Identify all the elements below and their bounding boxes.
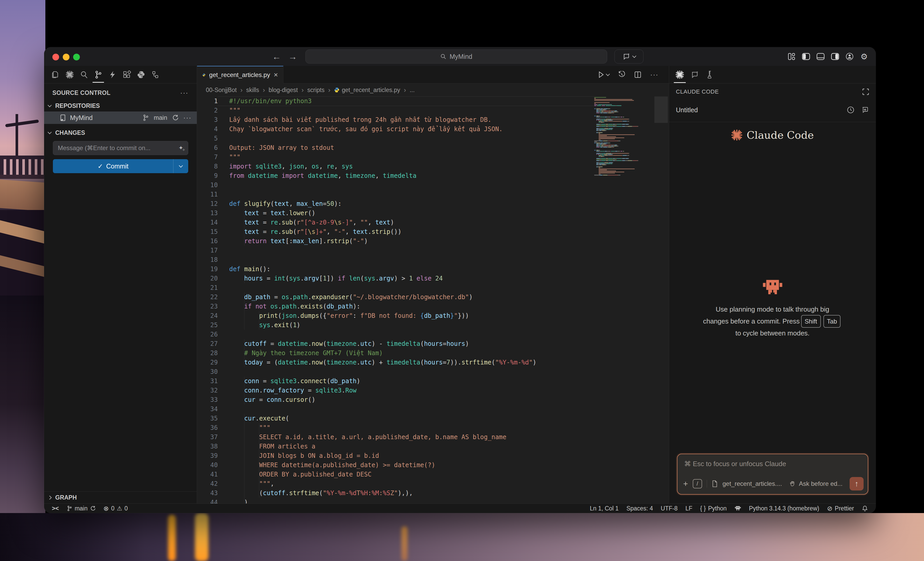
toggle-secondary-sidebar-icon[interactable] [831, 52, 840, 61]
cursor-position[interactable]: Ln 1, Col 1 [590, 505, 619, 512]
zap-icon[interactable] [108, 70, 117, 80]
breadcrumb-separator: › [302, 86, 304, 94]
line-number: 40 [197, 460, 218, 470]
account-icon[interactable] [845, 52, 854, 61]
timeline-icon[interactable] [618, 71, 626, 78]
more-actions-icon[interactable]: ··· [180, 89, 189, 97]
hint-line-3: to cycle between modes. [669, 328, 876, 339]
minimap[interactable] [594, 97, 654, 176]
code-line: Lấy danh sách bài viết published trong 2… [229, 115, 594, 124]
beaker-tab-icon[interactable] [705, 70, 715, 80]
remote-explorer-icon[interactable] [151, 70, 160, 80]
split-editor-icon[interactable] [634, 71, 641, 78]
claude-tab-icon[interactable] [675, 70, 685, 80]
commit-message-placeholder: Message (⌘Enter to commit on... [58, 144, 178, 152]
commit-button[interactable]: ✓Commit [53, 159, 188, 173]
code-line: print(json.dumps({"error": f"DB not foun… [229, 311, 594, 320]
run-python-file-button[interactable] [598, 71, 609, 78]
extensions-icon[interactable] [122, 70, 132, 80]
claude-activity-icon[interactable] [65, 70, 74, 80]
line-number: 37 [197, 432, 218, 442]
code-line: sys.exit(1) [229, 320, 594, 330]
repository-row[interactable]: MyMind main ··· [44, 111, 197, 124]
line-number: 22 [197, 292, 218, 302]
breadcrumb-separator: › [404, 86, 406, 94]
zoom-window-button[interactable] [73, 54, 80, 60]
breadcrumb-item[interactable]: get_recent_articles.py [334, 87, 400, 94]
code-line [229, 367, 594, 376]
copilot-chat-button[interactable] [615, 50, 644, 63]
close-window-button[interactable] [52, 54, 59, 60]
logo-text: Claude Code [747, 129, 814, 141]
line-number: 41 [197, 470, 218, 479]
explorer-icon[interactable] [51, 70, 60, 80]
problems-status[interactable]: ⊗0 ⚠0 [104, 505, 128, 512]
changes-section[interactable]: CHANGES [44, 128, 197, 138]
line-number: 33 [197, 395, 218, 404]
source-control-icon[interactable] [94, 70, 103, 80]
code-line: text = re.sub(r"[^a-z0-9\s-]", "", text) [229, 218, 594, 227]
minimize-window-button[interactable] [63, 54, 69, 60]
python-activity-icon[interactable] [136, 70, 146, 80]
line-number: 16 [197, 236, 218, 246]
attach-plus-icon[interactable]: + [683, 479, 688, 489]
sync-icon [90, 506, 96, 511]
editor-more-icon[interactable]: ··· [650, 71, 658, 79]
python-file-icon [334, 87, 340, 93]
remote-indicator[interactable]: >< [52, 505, 59, 512]
encoding[interactable]: UTF-8 [661, 505, 678, 512]
braces-icon: { } [700, 505, 706, 512]
branch-icon [67, 505, 72, 512]
no-entry-icon: ⊘ [827, 505, 832, 512]
command-center-search[interactable]: MyMind [305, 50, 607, 63]
toggle-primary-sidebar-icon[interactable] [802, 52, 810, 61]
toggle-panel-icon[interactable] [816, 52, 825, 61]
breadcrumb-item[interactable]: blog-digest [268, 87, 298, 94]
repositories-section[interactable]: REPOSITORIES [44, 100, 197, 111]
breadcrumb-item[interactable]: skills [246, 87, 259, 94]
eol-sequence[interactable]: LF [686, 505, 693, 512]
search-icon[interactable] [80, 70, 88, 80]
breadcrumbs[interactable]: 00-SonjjBot›skills›blog-digest›scripts›g… [197, 84, 669, 96]
back-icon[interactable]: ← [272, 52, 281, 62]
expand-icon[interactable] [862, 88, 869, 95]
claude-input-box[interactable]: ⌘ Esc to focus or unfocus Claude + / get… [677, 454, 868, 495]
repo-icon [59, 114, 66, 122]
customize-layout-icon[interactable] [787, 52, 796, 61]
repo-more-icon[interactable]: ··· [183, 114, 192, 122]
code-line: #!/usr/bin/env python3 [229, 96, 594, 106]
claude-status-icon[interactable] [735, 506, 741, 511]
indentation[interactable]: Spaces: 4 [626, 505, 653, 512]
editor-scrollbar[interactable] [654, 96, 668, 123]
generate-commit-message-icon[interactable]: ✦✧ [178, 145, 183, 152]
line-number: 1 [197, 96, 218, 106]
breadcrumb-item[interactable]: 00-SonjjBot [206, 87, 237, 94]
forward-icon[interactable]: → [288, 52, 297, 62]
sync-icon[interactable] [172, 114, 178, 121]
new-chat-icon[interactable] [861, 106, 869, 114]
breadcrumb-item[interactable]: ... [410, 87, 414, 94]
breadcrumb-item[interactable]: scripts [307, 87, 324, 94]
tab-get-recent-articles[interactable]: get_recent_articles.py × [197, 66, 284, 84]
formatter-status[interactable]: ⊘Prettier [827, 505, 854, 512]
permission-mode-button[interactable]: Ask before ed... [789, 480, 843, 488]
send-button[interactable]: ↑ [850, 477, 864, 490]
commit-message-input[interactable]: Message (⌘Enter to commit on... ✦✧ [53, 141, 188, 155]
graph-section[interactable]: GRAPH [44, 491, 197, 504]
commit-dropdown-button[interactable] [173, 159, 188, 173]
code-line: cutoff = datetime.now(timezone.utc) - ti… [229, 339, 594, 348]
chat-tab-icon[interactable] [690, 70, 700, 80]
language-mode[interactable]: { }Python [700, 505, 726, 512]
code-line: if not os.path.exists(db_path): [229, 302, 594, 311]
python-interpreter[interactable]: Python 3.14.3 (homebrew) [749, 505, 819, 512]
notifications-bell-icon[interactable] [862, 505, 868, 512]
history-icon[interactable] [847, 106, 855, 114]
code-line: WHERE datetime(a.published_date) >= date… [229, 460, 594, 470]
settings-gear-icon[interactable]: ⚙ [860, 52, 868, 61]
slash-command-icon[interactable]: / [693, 479, 702, 488]
close-tab-icon[interactable]: × [274, 71, 278, 79]
code-editor[interactable]: 1234567891011121314151617181920212223242… [197, 96, 669, 504]
attached-file-name[interactable]: get_recent_articles.... [723, 480, 782, 488]
branch-status[interactable]: main [67, 505, 96, 512]
tab-bar: get_recent_articles.py × ··· [197, 66, 669, 84]
